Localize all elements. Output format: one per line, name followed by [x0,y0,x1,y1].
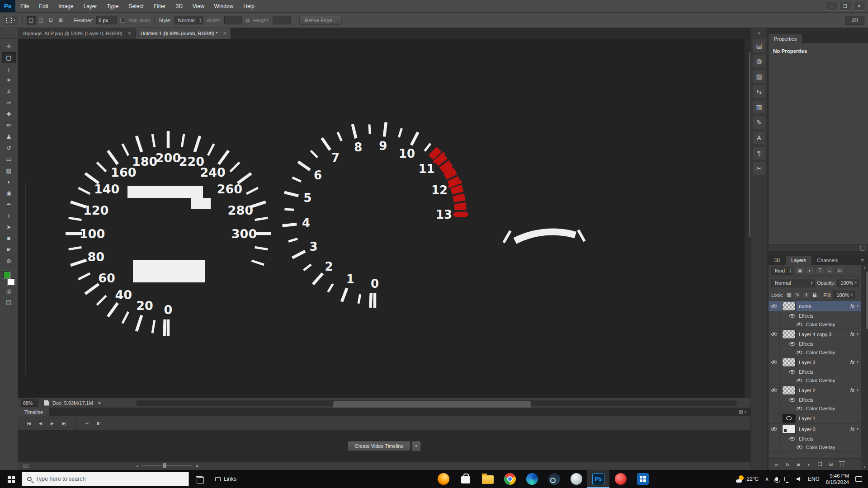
layer-effect-row[interactable]: Color Overlay [769,320,861,328]
play-button[interactable]: ▶ [46,418,58,428]
layer-visibility-toggle[interactable] [769,413,779,423]
menu-window[interactable]: Window [209,0,239,12]
layer-row[interactable]: Layer 1 [769,413,861,423]
adjustment-layer-icon[interactable]: ◐ [806,462,813,467]
screen-mode-button[interactable]: ▤ [2,296,16,307]
fx-icon[interactable]: fx [850,304,854,309]
selection-mode-icon[interactable]: ⊟ [47,16,56,25]
menu-view[interactable]: View [188,0,209,12]
status-options-arrow-icon[interactable]: ▶ [99,401,101,405]
delete-layer-icon[interactable] [838,461,845,467]
document-tab[interactable]: Untitled-1 @ 88% (numb, RGB/8) *× [136,28,231,39]
zoom-slider-knob[interactable] [163,463,166,468]
layer-filter-icon[interactable]: ▱ [826,267,834,275]
fill-field[interactable]: 100% ▾ [833,291,855,299]
vertical-scrollbar[interactable] [744,39,750,398]
paragraph-panel-icon[interactable]: ¶ [753,147,765,160]
effect-visibility-toggle[interactable] [788,311,797,320]
scroll-up-icon[interactable]: ▲ [863,266,866,269]
quick-mask-button[interactable]: ◎ [2,286,16,296]
layer-group-icon[interactable]: ❏ [816,461,824,467]
document-canvas[interactable]: 0204060801001201401601802002202402602803… [18,39,744,398]
properties-panel-icon[interactable]: ▤ [753,39,765,52]
quick-selection-tool[interactable]: ✶ [2,75,16,86]
transition-icon[interactable]: ◧ [93,418,104,428]
menu-layer[interactable]: Layer [78,0,102,12]
effect-visibility-toggle[interactable] [795,320,804,328]
layer-filter-icon[interactable]: T [816,267,824,275]
search-input[interactable] [36,476,184,482]
selection-mode-icon[interactable]: ◫ [37,16,46,25]
layer-filter-icon[interactable]: ▣ [796,267,804,275]
menu-file[interactable]: File [15,0,34,12]
type-tool[interactable]: T [2,210,16,221]
collapse-effects-icon[interactable]: ▾ [854,388,861,392]
restore-button[interactable]: ❒ [839,2,851,11]
lock-icon[interactable]: ✎ [794,291,801,299]
eraser-tool[interactable]: ▭ [2,154,16,165]
3d-panel-icon[interactable]: ◍ [753,55,765,67]
width-input[interactable] [224,16,242,24]
character-panel-icon[interactable]: A [753,131,765,144]
layer-style-icon[interactable]: fx [784,462,791,467]
selection-mode-icon[interactable]: ▢ [27,16,36,25]
dodge-tool[interactable]: ◉ [2,188,16,199]
layer-row[interactable]: Layer 0fx▾ [769,424,861,434]
taskbar-app-firefox[interactable] [432,470,454,488]
hand-tool[interactable]: ☛ [2,244,16,255]
layer-effect-row[interactable]: Effects [769,367,861,376]
taskbar-app-edge[interactable] [521,470,543,488]
blend-mode-select[interactable]: Normal ▲▼ [771,279,815,287]
panel-menu-icon[interactable]: ≣ [857,256,868,265]
fx-icon[interactable]: fx [850,427,854,432]
anti-alias-checkbox[interactable] [120,18,125,23]
layer-visibility-toggle[interactable] [769,424,779,434]
collapse-effects-icon[interactable]: ▾ [854,360,861,364]
brush-panel-icon[interactable]: ✎ [753,116,765,129]
layer-effect-row[interactable]: Color Overlay [769,348,861,357]
links-toolbar[interactable]: Links [209,470,243,488]
layer-visibility-toggle[interactable] [769,301,779,311]
layer-row[interactable]: Layer 2fx▾ [769,385,861,395]
document-tab[interactable]: cbgauge_ALP.png @ 543% (Layer 0, RGB/8)× [18,28,136,39]
effect-visibility-toggle[interactable] [788,367,797,376]
taskbar-app-app-7[interactable] [565,470,587,488]
close-tab-icon[interactable]: × [128,30,131,37]
fx-icon[interactable]: fx [850,332,854,337]
split-clip-icon[interactable]: ✂ [81,418,93,428]
pen-tool[interactable]: ✒ [2,199,16,210]
layer-effect-row[interactable]: Effects [769,434,861,443]
tray-expand-button[interactable]: ∧ [762,470,772,488]
effect-visibility-toggle[interactable] [795,404,804,413]
weather-widget[interactable]: 22°C [733,470,762,488]
clone-source-panel-icon[interactable]: ▥ [753,101,765,113]
shape-tool[interactable]: ■ [2,233,16,244]
clock[interactable]: 9:46 PM 8/15/2024 [823,470,852,488]
zoom-slider[interactable] [142,465,192,466]
layer-mask-icon[interactable]: ◙ [795,462,802,467]
opacity-field[interactable]: 100% ▾ [837,279,859,287]
effect-visibility-toggle[interactable] [795,348,804,357]
menu-edit[interactable]: Edit [34,0,53,12]
layer-filter-icon[interactable]: ⊡ [835,267,844,275]
layer-effect-row[interactable]: Effects [769,311,861,320]
style-select[interactable]: Normal ▲▼ [175,16,203,24]
zoom-tool[interactable]: ⊕ [2,255,16,267]
healing-brush-tool[interactable]: ✚ [2,108,16,120]
taskbar-app-steam[interactable] [543,470,565,488]
timeline-type-dropdown[interactable]: ▼ [412,441,421,451]
tab-timeline[interactable]: Timeline [18,408,49,416]
minimize-button[interactable]: ─ [825,2,837,11]
lasso-tool[interactable]: ʅ [2,63,16,75]
lock-icon[interactable]: ✛ [802,291,810,299]
selection-mode-icon[interactable]: ⊠ [57,16,66,25]
effect-visibility-toggle[interactable] [788,339,797,348]
link-layers-icon[interactable]: ∞ [773,462,780,467]
gradient-tool[interactable]: ▧ [2,165,16,176]
collapse-effects-icon[interactable]: ▾ [854,427,861,431]
effect-visibility-toggle[interactable] [795,443,804,451]
crop-tool[interactable]: # [2,86,16,97]
language-indicator[interactable]: ENG [805,470,823,488]
tools-panel-icon[interactable]: ✂ [753,162,765,175]
collapse-effects-icon[interactable]: ▾ [854,304,861,308]
